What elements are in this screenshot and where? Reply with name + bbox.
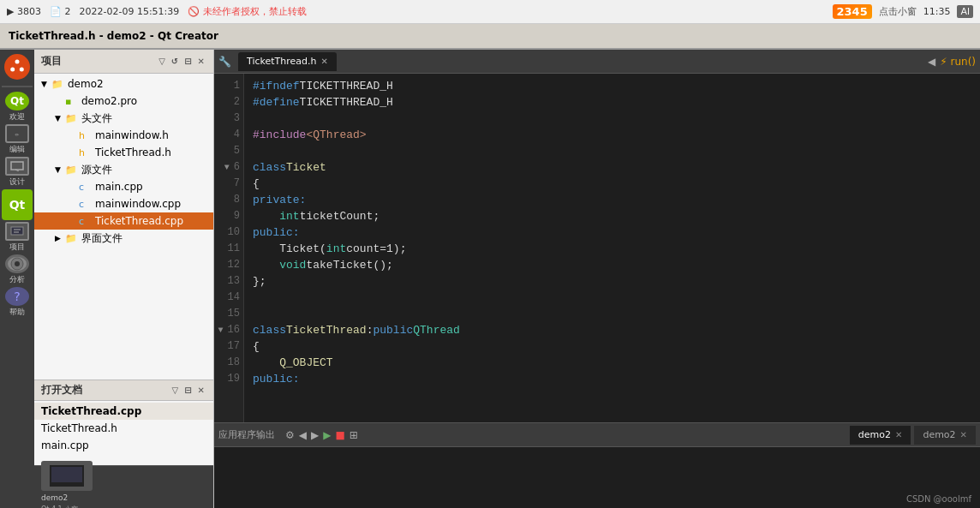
tree-item-headers[interactable]: ▼ 📁 头文件 <box>34 110 213 127</box>
panel-btn-design[interactable]: 设计 <box>2 157 33 188</box>
output-tab-close[interactable]: ✕ <box>960 430 967 439</box>
output-content <box>214 447 980 508</box>
video-count-icon: ▶ 3803 <box>7 6 41 17</box>
output-area: 应用程序输出 ⚙ ◀ ▶ ▶ ■ ⊞ demo2 ✕ demo2 ✕ <box>214 422 980 508</box>
output-tool-play[interactable]: ▶ <box>323 429 331 441</box>
doc-name: TicketThread.cpp <box>41 405 141 417</box>
tree-item-name: demo2 <box>68 78 104 90</box>
code-line-9: int ticketCount; <box>253 208 971 224</box>
close-btn[interactable]: ✕ <box>196 56 206 67</box>
panel-btn-edit[interactable]: ✏ 编辑 <box>2 124 33 155</box>
code-line-10: public: <box>253 224 971 241</box>
panel-btn-help[interactable]: ? 帮助 <box>2 287 33 318</box>
cpp-file-icon: c <box>79 216 93 227</box>
run-function-btn[interactable]: ⚡ run() <box>940 56 976 68</box>
open-docs-panel: 打开文档 ▽ ⊟ ✕ TicketThread.cpp TicketThread… <box>34 380 213 465</box>
tree-item-sources[interactable]: ▼ 📁 源文件 <box>34 161 213 178</box>
code-line-4: #include <QThread> <box>253 127 971 143</box>
tree-item-demo2[interactable]: ▼ 📁 demo2 <box>34 75 213 93</box>
output-tab-demo2-2[interactable]: demo2 ✕ <box>914 426 976 445</box>
expand-arrow: ▼ <box>55 165 65 174</box>
top-bar: ▶ 3803 📄 2 2022-02-09 15:51:39 🚫 未经作者授权，… <box>0 0 980 24</box>
filter-btn[interactable]: ▽ <box>170 385 181 396</box>
qt-icon: Qt <box>5 92 29 111</box>
svg-rect-12 <box>51 467 82 482</box>
close-btn[interactable]: ✕ <box>196 385 206 396</box>
minimize-btn[interactable]: ⊟ <box>182 56 193 67</box>
file-icon-tab: 🔧 <box>218 56 231 68</box>
code-content[interactable]: #ifndef TICKETTHREAD_H #define TICKETTHR… <box>244 74 980 422</box>
pro-icon: ▪ <box>65 96 79 107</box>
folder-icon: 📁 <box>51 79 65 90</box>
arrow-left-icon[interactable]: ◀ <box>928 56 935 68</box>
h-file-icon: h <box>79 147 93 158</box>
help-label: 帮助 <box>9 307 25 318</box>
filter-btn[interactable]: ▽ <box>157 56 167 67</box>
panel-btn-analyze[interactable]: 分析 <box>2 254 33 285</box>
output-tool-5[interactable]: ⊞ <box>350 429 358 441</box>
code-line-15 <box>253 306 971 322</box>
panel-btn-project[interactable]: 项目 <box>2 222 33 253</box>
code-line-17: { <box>253 338 971 355</box>
folder-icon: 📁 <box>65 233 79 244</box>
open-doc-maincpp[interactable]: main.cpp <box>34 437 213 454</box>
open-doc-ticketthreadcpp[interactable]: TicketThread.cpp <box>34 403 213 420</box>
code-line-8: private: <box>253 192 971 208</box>
panel-btn-debug[interactable]: Qt <box>2 189 33 220</box>
click-small-window-btn[interactable]: 点击小窗 <box>879 5 917 18</box>
project-panel-title: 项目 <box>41 54 62 69</box>
svg-point-3 <box>10 68 15 72</box>
svg-point-1 <box>15 60 20 64</box>
code-line-16: class TicketThread : public QThread <box>253 322 971 338</box>
left-panel: 项目 ▽ ↺ ⊟ ✕ ▼ 📁 demo2 ▪ <box>34 50 214 508</box>
open-docs-toolbar: ▽ ⊟ ✕ <box>170 385 206 396</box>
code-editor[interactable]: 1 2 3 4 5 ▼6 7 8 9 10 11 12 13 14 15 ▼16… <box>214 74 980 422</box>
svg-rect-4 <box>11 162 23 170</box>
welcome-label: 欢迎 <box>9 111 25 123</box>
open-docs-header: 打开文档 ▽ ⊟ ✕ <box>34 380 213 401</box>
code-line-13: }; <box>253 273 971 290</box>
tree-item-demo2pro[interactable]: ▪ demo2.pro <box>34 93 213 110</box>
ubuntu-icon[interactable] <box>4 54 30 80</box>
output-tool-1[interactable]: ⚙ <box>285 429 295 441</box>
tree-item-name: 头文件 <box>81 111 112 126</box>
badge-2345[interactable]: 2345 <box>833 4 872 19</box>
open-docs-list: TicketThread.cpp TicketThread.h main.cpp <box>34 401 213 456</box>
output-toolbar: ⚙ ◀ ▶ ▶ ■ ⊞ <box>285 429 358 441</box>
time-display: 11:35 <box>923 6 951 17</box>
output-tool-stop[interactable]: ■ <box>335 429 344 441</box>
file-tree-content: ▼ 📁 demo2 ▪ demo2.pro ▼ 📁 头文件 <box>34 74 213 380</box>
tab-close-btn[interactable]: ✕ <box>320 57 327 66</box>
tree-item-mainwindowh[interactable]: h mainwindow.h <box>34 127 213 144</box>
tree-item-mainwindowcpp[interactable]: c mainwindow.cpp <box>34 195 213 212</box>
open-doc-ticketthreadh[interactable]: TicketThread.h <box>34 420 213 437</box>
tree-item-ticketthreadcpp[interactable]: c TicketThread.cpp <box>34 212 213 230</box>
editor-tab-ticketthreadh[interactable]: TicketThread.h ✕ <box>238 52 337 71</box>
tree-item-name: main.cpp <box>95 181 143 193</box>
title-bar: TicketThread.h - demo2 - Qt Creator <box>0 24 980 50</box>
panel-btn-welcome[interactable]: Qt 欢迎 <box>2 92 33 123</box>
collapse-arrow: ▶ <box>55 234 65 242</box>
output-tab-close[interactable]: ✕ <box>895 430 902 439</box>
cpp-file-icon: c <box>79 182 93 193</box>
output-tool-3[interactable]: ▶ <box>311 429 319 441</box>
editor-area: 🔧 TicketThread.h ✕ ◀ ⚡ run() 1 2 3 4 5 ▼… <box>214 50 980 508</box>
output-tabs: 应用程序输出 ⚙ ◀ ▶ ▶ ■ ⊞ demo2 ✕ demo2 ✕ <box>214 423 980 447</box>
code-line-3 <box>253 111 971 127</box>
code-line-1: #ifndef TICKETTHREAD_H <box>253 78 971 94</box>
output-tool-2[interactable]: ◀ <box>299 429 307 441</box>
output-tab-demo2-1[interactable]: demo2 ✕ <box>850 426 911 445</box>
doc-name: TicketThread.h <box>41 422 117 434</box>
analyze-icon <box>5 254 29 273</box>
demo-thumbnail <box>41 461 93 491</box>
sync-btn[interactable]: ↺ <box>170 56 180 67</box>
tree-item-maincpp[interactable]: c main.cpp <box>34 178 213 195</box>
tree-item-ui[interactable]: ▶ 📁 界面文件 <box>34 230 213 247</box>
window-title: TicketThread.h - demo2 - Qt Creator <box>9 30 218 42</box>
minimize-btn[interactable]: ⊟ <box>182 385 193 396</box>
file-tree-toolbar: ▽ ↺ ⊟ ✕ <box>157 56 206 67</box>
icon-sidebar: Qt 欢迎 ✏ 编辑 设计 Qt 项目 <box>0 50 34 508</box>
editor-tabs: 🔧 TicketThread.h ✕ ◀ ⚡ run() <box>214 50 980 74</box>
tree-item-ticketthreadh[interactable]: h TicketThread.h <box>34 144 213 161</box>
qt-version-label: Qt 4.1 小窗 <box>41 505 93 509</box>
